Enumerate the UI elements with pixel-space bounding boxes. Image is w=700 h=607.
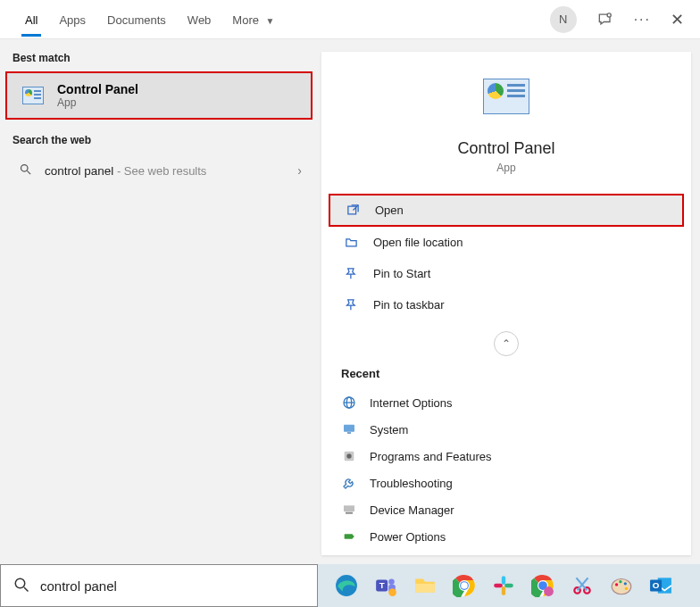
action-pin-to-start[interactable]: Pin to Start [321, 258, 691, 289]
tab-all[interactable]: All [16, 4, 46, 34]
web-result-suffix: - See web results [113, 164, 206, 178]
tab-more-label: More [232, 13, 259, 27]
action-list: Open Open file location Pin to Start Pin… [321, 194, 691, 329]
taskbar-edge[interactable] [329, 568, 364, 603]
action-pin-to-taskbar[interactable]: Pin to taskbar [321, 289, 691, 320]
control-panel-icon [21, 86, 45, 105]
power-options-icon [341, 528, 357, 545]
recent-label: Device Manager [370, 503, 454, 517]
action-open[interactable]: Open [329, 194, 684, 227]
best-match-title: Control Panel [57, 82, 138, 96]
recent-label: System [370, 423, 408, 437]
tab-web[interactable]: Web [179, 4, 221, 34]
svg-point-35 [544, 586, 554, 596]
collapse-toggle[interactable]: ⌃ [321, 329, 691, 362]
svg-point-42 [625, 587, 628, 590]
internet-options-icon [341, 395, 357, 411]
svg-text:O: O [653, 580, 660, 590]
svg-rect-16 [353, 536, 354, 538]
web-result-query: control panel [45, 164, 113, 178]
recent-label: Power Options [370, 530, 446, 544]
taskbar-file-explorer[interactable] [407, 568, 443, 603]
recent-power-options[interactable]: Power Options [321, 523, 691, 550]
tab-apps[interactable]: Apps [50, 4, 95, 34]
taskbar-snipping-tool[interactable] [564, 568, 600, 603]
svg-point-12 [346, 453, 351, 458]
taskbar-paint[interactable] [604, 568, 639, 603]
svg-line-2 [27, 170, 30, 174]
folder-icon [343, 236, 359, 249]
svg-point-28 [461, 582, 468, 589]
control-panel-large-icon [481, 77, 531, 116]
user-avatar[interactable]: N [550, 6, 577, 33]
filter-tabs: All Apps Documents Web More ▼ [16, 4, 284, 34]
tab-documents[interactable]: Documents [98, 4, 175, 34]
topbar-controls: N ··· ✕ [550, 6, 684, 33]
recent-label: Troubleshooting [370, 477, 453, 490]
taskbar-chrome-profile[interactable] [525, 568, 561, 603]
svg-point-0 [607, 12, 611, 16]
recent-list: Internet Options System Programs and Fea… [321, 389, 691, 550]
search-box[interactable] [0, 564, 318, 607]
svg-rect-31 [502, 586, 505, 595]
taskbar-slack[interactable] [486, 568, 521, 603]
detail-pane: Control Panel App Open Open file locatio… [321, 52, 691, 555]
search-input[interactable] [40, 578, 304, 594]
pin-icon [343, 267, 359, 280]
svg-point-41 [624, 582, 627, 585]
programs-icon [341, 448, 357, 464]
feedback-icon[interactable] [596, 11, 614, 29]
troubleshooting-icon [341, 475, 357, 491]
open-icon [345, 204, 361, 217]
taskbar: T O [318, 564, 700, 607]
action-open-file-location[interactable]: Open file location [321, 227, 691, 258]
svg-point-39 [615, 583, 618, 586]
chevron-right-icon: › [297, 163, 302, 178]
tab-more[interactable]: More ▼ [223, 4, 283, 34]
chevron-up-icon: ⌃ [502, 337, 511, 350]
search-icon [18, 162, 32, 179]
svg-rect-25 [415, 584, 435, 593]
recent-programs-features[interactable]: Programs and Features [321, 443, 691, 470]
svg-point-17 [15, 578, 25, 588]
chevron-down-icon: ▼ [266, 16, 275, 26]
action-open-label: Open [375, 204, 404, 217]
svg-rect-32 [494, 584, 503, 587]
system-icon [341, 421, 357, 437]
recent-header: Recent [321, 362, 691, 389]
svg-point-24 [388, 588, 396, 596]
taskbar-teams[interactable]: T [368, 568, 404, 603]
search-icon [13, 577, 29, 595]
bottom-bar: T O [0, 564, 700, 607]
detail-title: Control Panel [457, 139, 554, 158]
recent-troubleshooting[interactable]: Troubleshooting [321, 470, 691, 496]
svg-rect-10 [347, 432, 351, 433]
best-match-header: Best match [0, 46, 318, 71]
recent-device-manager[interactable]: Device Manager [321, 496, 691, 523]
recent-label: Programs and Features [370, 450, 492, 463]
recent-internet-options[interactable]: Internet Options [321, 389, 691, 416]
recent-system[interactable]: System [321, 416, 691, 443]
svg-point-1 [21, 165, 28, 172]
close-icon[interactable]: ✕ [671, 10, 684, 29]
svg-text:T: T [379, 580, 385, 590]
best-match-subtitle: App [57, 96, 138, 109]
svg-rect-30 [504, 584, 513, 587]
taskbar-outlook[interactable]: O [643, 568, 679, 603]
web-result-control-panel[interactable]: control panel - See web results › [0, 154, 318, 187]
taskbar-chrome[interactable] [446, 568, 482, 603]
svg-rect-15 [345, 534, 353, 538]
recent-label: Internet Options [370, 396, 453, 410]
results-pane: Best match Control Panel App Search the … [0, 39, 318, 564]
svg-rect-9 [344, 425, 354, 432]
svg-rect-13 [344, 505, 354, 511]
more-options-icon[interactable]: ··· [634, 12, 651, 28]
action-pin-taskbar-label: Pin to taskbar [373, 298, 445, 312]
action-open-file-location-label: Open file location [373, 236, 462, 249]
svg-line-18 [24, 587, 29, 592]
svg-point-40 [619, 580, 621, 583]
detail-subtitle: App [496, 162, 515, 174]
svg-point-22 [388, 578, 395, 585]
search-topbar: All Apps Documents Web More ▼ N ··· ✕ [0, 0, 700, 39]
best-match-control-panel[interactable]: Control Panel App [5, 71, 312, 120]
